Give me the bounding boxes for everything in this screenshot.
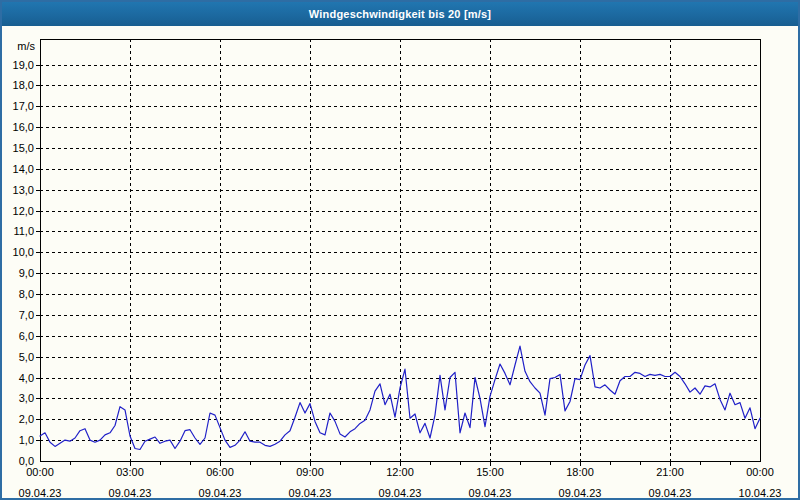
x-tick-time: 12:00: [386, 466, 414, 478]
x-tick-time: 03:00: [116, 466, 144, 478]
svg-text:4,0: 4,0: [19, 372, 34, 384]
svg-text:5,0: 5,0: [19, 351, 34, 363]
x-tick-date: 09.04.23: [19, 487, 62, 499]
y-axis-labels: 0,01,02,03,04,05,06,07,08,09,010,011,012…: [13, 59, 34, 468]
svg-text:14,0: 14,0: [13, 163, 34, 175]
wind-speed-chart: 0,01,02,03,04,05,06,07,08,09,010,011,012…: [2, 2, 798, 498]
chart-window: Windgeschwindigkeit bis 20 [m/s] 0,01,02…: [0, 0, 800, 500]
x-tick-date: 09.04.23: [469, 487, 512, 499]
x-tick-date: 10.04.23: [739, 487, 782, 499]
x-tick-date: 09.04.23: [289, 487, 332, 499]
svg-text:17,0: 17,0: [13, 100, 34, 112]
x-tick-time: 06:00: [206, 466, 234, 478]
x-tick-time: 21:00: [656, 466, 684, 478]
axis-ticks: [36, 65, 731, 466]
x-tick-date: 09.04.23: [559, 487, 602, 499]
svg-text:7,0: 7,0: [19, 309, 34, 321]
x-gridlines: [131, 39, 671, 461]
x-tick-time: 00:00: [746, 466, 774, 478]
x-tick-time: 15:00: [476, 466, 504, 478]
x-tick-date: 09.04.23: [649, 487, 692, 499]
svg-text:11,0: 11,0: [13, 225, 34, 237]
x-tick-date: 09.04.23: [109, 487, 152, 499]
x-axis-labels: 00:0009.04.2303:0009.04.2306:0009.04.230…: [19, 466, 782, 499]
svg-text:10,0: 10,0: [13, 246, 34, 258]
y-gridlines: [40, 65, 760, 441]
svg-text:16,0: 16,0: [13, 121, 34, 133]
svg-text:15,0: 15,0: [13, 142, 34, 154]
x-tick-time: 09:00: [296, 466, 324, 478]
svg-text:12,0: 12,0: [13, 205, 34, 217]
svg-text:3,0: 3,0: [19, 392, 34, 404]
svg-text:13,0: 13,0: [13, 184, 34, 196]
y-axis-unit-label: m/s: [17, 40, 35, 52]
svg-text:19,0: 19,0: [13, 59, 34, 71]
svg-text:2,0: 2,0: [19, 413, 34, 425]
chart-canvas: 0,01,02,03,04,05,06,07,08,09,010,011,012…: [2, 28, 798, 500]
x-tick-date: 09.04.23: [199, 487, 242, 499]
x-tick-time: 18:00: [566, 466, 594, 478]
wind-speed-line: [40, 346, 760, 449]
x-tick-date: 09.04.23: [379, 487, 422, 499]
svg-text:1,0: 1,0: [19, 434, 34, 446]
svg-text:9,0: 9,0: [19, 267, 34, 279]
x-tick-time: 00:00: [26, 466, 54, 478]
svg-text:8,0: 8,0: [19, 288, 34, 300]
svg-text:18,0: 18,0: [13, 79, 34, 91]
svg-text:6,0: 6,0: [19, 330, 34, 342]
